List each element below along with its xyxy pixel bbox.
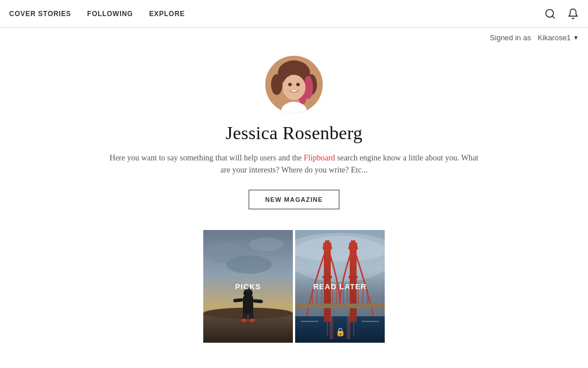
nav-explore[interactable]: EXPLORE bbox=[149, 10, 185, 18]
svg-rect-57 bbox=[347, 316, 350, 339]
svg-point-9 bbox=[288, 83, 292, 86]
svg-rect-43 bbox=[349, 276, 358, 278]
svg-point-25 bbox=[249, 319, 255, 322]
svg-rect-37 bbox=[323, 276, 332, 278]
svg-point-4 bbox=[271, 74, 283, 95]
svg-rect-58 bbox=[301, 321, 318, 322]
notification-button[interactable] bbox=[567, 8, 579, 20]
picks-card[interactable]: PICKS bbox=[203, 230, 293, 343]
read-later-card-label: READ LATER bbox=[313, 282, 366, 291]
svg-rect-42 bbox=[351, 240, 355, 244]
svg-point-10 bbox=[296, 83, 300, 86]
profile-name: Jessica Rosenberg bbox=[226, 122, 363, 144]
magazine-cards-row: PICKS bbox=[203, 230, 385, 343]
svg-rect-36 bbox=[325, 240, 330, 244]
svg-point-24 bbox=[241, 319, 247, 322]
nav-following[interactable]: FOLLOWING bbox=[87, 10, 133, 18]
header: COVER STORIES FOLLOWING EXPLORE bbox=[0, 0, 588, 28]
search-button[interactable] bbox=[544, 8, 556, 20]
svg-point-15 bbox=[226, 255, 272, 274]
svg-rect-59 bbox=[362, 321, 379, 322]
header-icons bbox=[544, 8, 579, 20]
svg-rect-56 bbox=[330, 316, 333, 339]
signed-in-bar: Signed in as Kikarose1 ▼ bbox=[0, 28, 588, 42]
nav-cover-stories[interactable]: COVER STORIES bbox=[9, 10, 71, 18]
search-icon bbox=[544, 8, 556, 20]
svg-point-14 bbox=[249, 237, 284, 251]
profile-bio: Here you want to say something that will… bbox=[93, 152, 495, 176]
signed-in-username: Kikarose1 bbox=[537, 33, 571, 42]
profile-section: Jessica Rosenberg Here you want to say s… bbox=[0, 42, 588, 343]
new-magazine-button[interactable]: NEW MAGAZINE bbox=[249, 190, 340, 209]
lock-icon: 🔒 bbox=[335, 327, 345, 337]
avatar-image bbox=[265, 56, 323, 113]
read-later-card[interactable]: READ LATER 🔒 bbox=[295, 230, 385, 343]
account-dropdown[interactable]: ▼ bbox=[573, 34, 579, 41]
svg-rect-55 bbox=[295, 304, 385, 308]
svg-line-1 bbox=[552, 16, 555, 18]
bell-icon bbox=[567, 8, 579, 20]
svg-point-29 bbox=[295, 233, 385, 262]
picks-card-label: PICKS bbox=[235, 282, 261, 291]
bio-text-1: Here you want to say something that will… bbox=[110, 154, 304, 162]
svg-rect-18 bbox=[243, 296, 253, 315]
signed-in-label: Signed in as bbox=[490, 33, 531, 42]
avatar[interactable] bbox=[265, 56, 323, 113]
svg-point-8 bbox=[283, 75, 305, 100]
bio-highlight: Flipboard bbox=[304, 154, 335, 162]
nav-left: COVER STORIES FOLLOWING EXPLORE bbox=[9, 10, 185, 18]
